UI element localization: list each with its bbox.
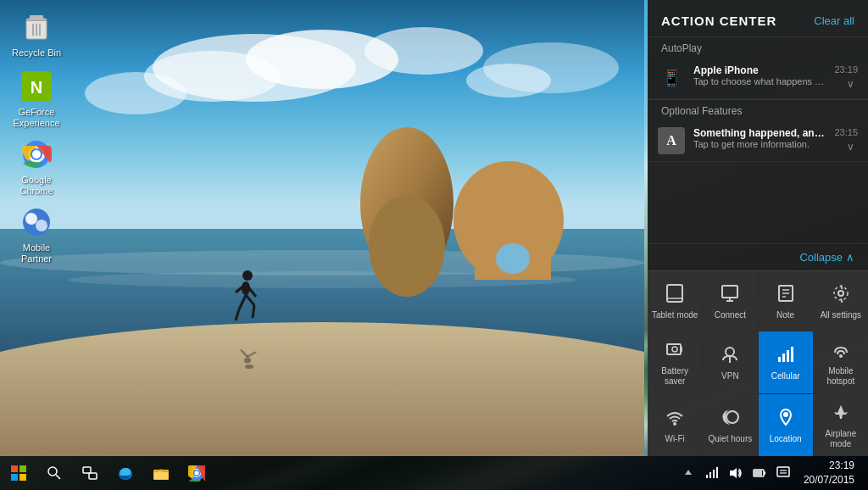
vpn-button[interactable]: VPN [703, 331, 757, 393]
svg-text:N: N [31, 78, 42, 97]
taskbar-right: 23:19 20/07/2015 [678, 456, 868, 490]
tablet-mode-icon [665, 284, 684, 307]
note-button[interactable]: Note [759, 271, 813, 331]
cellular-label: Cellular [771, 371, 800, 381]
svg-point-82 [195, 471, 199, 476]
action-center-tray-icon[interactable] [773, 456, 793, 490]
svg-point-16 [496, 243, 530, 274]
location-button[interactable]: Location [759, 394, 813, 456]
explorer-button[interactable] [144, 456, 178, 490]
svg-point-64 [839, 354, 843, 358]
chrome-icon[interactable]: Google Chrome [7, 134, 66, 200]
autoplay-expand-button[interactable]: ∨ [843, 76, 858, 92]
apple-iphone-notification[interactable]: 📱 Apple iPhone Tap to choose what happen… [648, 58, 868, 99]
chrome-taskbar-button[interactable] [180, 456, 214, 490]
svg-point-72 [48, 467, 57, 476]
airplane-mode-label: Airplane mode [817, 429, 865, 449]
autoplay-notif-icon: 📱 [658, 64, 685, 92]
optional-features-section-label: Optional Features [648, 99, 868, 120]
battery-saver-button[interactable]: Battery saver [648, 331, 702, 393]
airplane-mode-button[interactable]: Airplane mode [814, 394, 868, 456]
optional-features-notif-time: 23:15 [834, 127, 858, 137]
search-button[interactable] [37, 456, 71, 490]
svg-rect-30 [30, 15, 43, 19]
svg-rect-69 [19, 465, 26, 472]
battery-tray-icon[interactable] [749, 456, 770, 490]
action-center-panel: ACTION CENTER Clear all AutoPlay 📱 Apple… [648, 0, 868, 456]
location-icon [776, 408, 795, 431]
svg-rect-60 [778, 357, 781, 362]
autoplay-notif-content: Apple iPhone Tap to choose what happens … [693, 64, 826, 86]
mobile-partner-label: Mobile Partner [10, 242, 63, 264]
svg-point-65 [673, 422, 676, 426]
svg-rect-75 [89, 473, 97, 479]
all-settings-icon [832, 284, 850, 307]
edge-button[interactable] [108, 456, 142, 490]
cellular-icon [776, 345, 795, 368]
svg-rect-56 [681, 347, 682, 352]
svg-rect-78 [154, 472, 168, 479]
network-icon[interactable] [702, 456, 722, 490]
taskbar: 23:19 20/07/2015 [0, 456, 868, 490]
action-center-spacer [648, 162, 868, 243]
mobile-hotspot-button[interactable]: Mobile hotspot [814, 331, 868, 393]
tablet-mode-label: Tablet mode [652, 310, 698, 320]
mobile-partner-icon[interactable]: Mobile Partner [7, 202, 66, 268]
connect-button[interactable]: Connect [703, 271, 757, 331]
all-settings-label: All settings [821, 310, 861, 320]
action-center-header: ACTION CENTER Clear all [648, 0, 868, 36]
quiet-hours-label: Quiet hours [709, 434, 753, 444]
all-settings-button[interactable]: All settings [814, 271, 868, 331]
quiet-hours-icon [721, 408, 739, 431]
quick-actions-grid: Tablet mode Connect Note All settings [648, 270, 868, 456]
svg-rect-90 [764, 471, 765, 475]
svg-rect-44 [667, 285, 682, 302]
cellular-button[interactable]: Cellular [759, 331, 813, 393]
tablet-mode-button[interactable]: Tablet mode [648, 271, 702, 331]
optional-features-notification[interactable]: A Something happened, and we coulc Tap t… [648, 120, 868, 162]
collapse-button[interactable]: Collapse ∧ [648, 243, 868, 270]
connect-icon [721, 284, 739, 307]
wifi-button[interactable]: Wi-Fi [648, 394, 702, 456]
mobile-partner-image [19, 205, 53, 239]
tray-arrow-icon[interactable] [678, 456, 698, 490]
svg-point-58 [726, 348, 734, 356]
recycle-bin-icon[interactable]: Recycle Bin [7, 7, 66, 62]
vpn-label: VPN [721, 371, 739, 381]
svg-point-5 [364, 27, 483, 75]
chrome-label: Google Chrome [10, 175, 63, 197]
svg-point-7 [483, 42, 619, 93]
svg-point-53 [838, 291, 843, 296]
collapse-chevron-icon: ∧ [846, 251, 854, 264]
svg-rect-92 [777, 467, 789, 476]
mobile-hotspot-icon [832, 340, 850, 363]
task-view-button[interactable] [73, 456, 107, 490]
taskbar-left [0, 456, 214, 490]
svg-rect-74 [83, 467, 91, 473]
volume-icon[interactable] [726, 456, 746, 490]
system-clock[interactable]: 23:19 20/07/2015 [797, 459, 861, 487]
svg-rect-85 [709, 472, 711, 478]
optional-features-notif-title: Something happened, and we coulc [693, 127, 826, 139]
mobile-hotspot-label: Mobile hotspot [817, 366, 865, 387]
svg-point-57 [672, 347, 677, 352]
geforce-icon[interactable]: N GeForce Experience [7, 66, 66, 132]
recycle-bin-label: Recycle Bin [12, 47, 61, 58]
optional-features-expand-button[interactable]: ∨ [843, 139, 858, 154]
svg-point-67 [783, 412, 788, 417]
optional-features-notif-meta: 23:15 ∨ [834, 127, 858, 154]
optional-features-notif-body: Tap to get more information. [693, 139, 826, 149]
battery-saver-label: Battery saver [651, 366, 698, 387]
svg-line-73 [56, 475, 60, 479]
quiet-hours-button[interactable]: Quiet hours [703, 394, 757, 456]
svg-marker-83 [685, 470, 692, 475]
svg-rect-84 [706, 475, 708, 478]
optional-features-notif-content: Something happened, and we coulc Tap to … [693, 127, 826, 149]
start-button[interactable] [2, 456, 36, 490]
recycle-bin-image [19, 10, 53, 44]
autoplay-section-label: AutoPlay [648, 36, 868, 58]
clear-all-button[interactable]: Clear all [814, 14, 854, 27]
clock-time: 23:19 [829, 459, 854, 473]
svg-point-18 [242, 270, 253, 281]
autoplay-notif-meta: 23:19 ∨ [834, 64, 858, 92]
